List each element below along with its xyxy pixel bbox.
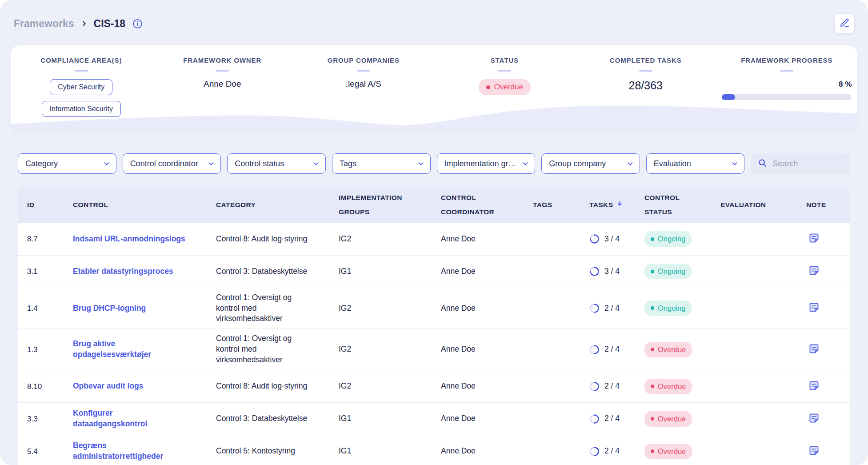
column-header-evaluation[interactable]: EVALUATION: [714, 194, 800, 216]
row-control-coordinator: Anne Doe: [435, 262, 527, 281]
filter-dropdown[interactable]: Control status: [227, 153, 326, 174]
table-row[interactable]: 8.7 Indsaml URL-anmodningslogs Control 8…: [18, 223, 850, 255]
control-link[interactable]: Opbevar audit logs: [73, 381, 144, 392]
control-link[interactable]: Etabler datastyringsproces: [73, 266, 173, 277]
chevron-down-icon: [521, 160, 529, 168]
control-link[interactable]: Konfigurer dataadgangskontrol: [73, 408, 188, 429]
row-implementation-groups: IG1: [332, 262, 435, 281]
tasks-count: 2 / 4: [604, 344, 620, 355]
row-tasks: 3 / 4: [583, 262, 638, 281]
controls-table: ID CONTROL CATEGORY IMPLEMENTATION GROUP…: [18, 187, 850, 465]
filter-dropdown[interactable]: Evaluation: [646, 153, 745, 174]
table-row[interactable]: 5.4 Begræns administratorrettigheder Con…: [18, 435, 850, 465]
chevron-down-icon: [207, 160, 215, 168]
framework-progress-fill: [722, 94, 735, 100]
table-row[interactable]: 1.3 Brug aktive opdagelsesværktøjer Cont…: [18, 329, 850, 370]
page-title: CIS-18: [94, 18, 126, 30]
control-link[interactable]: Indsaml URL-anmodningslogs: [73, 234, 185, 245]
row-evaluation: [714, 304, 800, 313]
summary-compliance-areas: COMPLIANCE AREA(S) Cyber SecurityInforma…: [11, 56, 152, 131]
note-icon[interactable]: [806, 443, 821, 458]
row-control-coordinator: Anne Doe: [435, 377, 527, 396]
summary-status: STATUS Overdue: [434, 56, 576, 131]
row-id: 1.4: [18, 299, 67, 318]
row-implementation-groups: IG2: [332, 377, 435, 396]
column-header-tasks[interactable]: TASKS: [583, 194, 638, 216]
row-evaluation: [714, 382, 800, 391]
column-header-id[interactable]: ID: [18, 194, 67, 216]
column-header-category[interactable]: CATEGORY: [210, 194, 332, 216]
note-icon[interactable]: [806, 411, 821, 426]
control-status-badge: Ongoing: [644, 301, 692, 316]
sort-desc-icon[interactable]: [616, 198, 624, 212]
row-tags: [527, 447, 583, 456]
compliance-area-pill: Cyber Security: [50, 79, 112, 95]
row-implementation-groups: IG1: [332, 441, 435, 461]
filter-dropdown[interactable]: Implementation groups: [437, 153, 536, 174]
summary-label: GROUP COMPANIES: [328, 56, 400, 64]
column-header-tags[interactable]: TAGS: [527, 194, 583, 216]
filter-label: Evaluation: [654, 159, 691, 168]
table-body: 8.7 Indsaml URL-anmodningslogs Control 8…: [18, 223, 850, 465]
note-icon[interactable]: [806, 300, 821, 315]
edit-framework-button[interactable]: [834, 13, 855, 34]
row-category: Control 8: Audit log-styring: [210, 377, 332, 396]
status-text: Overdue: [658, 381, 686, 392]
table-row[interactable]: 8.10 Opbevar audit logs Control 8: Audit…: [18, 370, 850, 402]
row-implementation-groups: IG1: [332, 409, 435, 429]
chevron-down-icon: [417, 160, 425, 168]
column-header-control-coordinator[interactable]: CONTROL COORDINATOR: [435, 187, 527, 223]
filter-dropdown[interactable]: Group company: [541, 153, 640, 174]
row-id: 1.3: [18, 340, 67, 359]
row-category: Control 5: Kontostyring: [210, 441, 332, 461]
tasks-count: 2 / 4: [604, 381, 620, 392]
table-row[interactable]: 1.4 Brug DHCP-logning Control 1: Oversig…: [18, 288, 850, 329]
filter-dropdown[interactable]: Control coordinator: [123, 153, 221, 174]
row-id: 8.10: [18, 377, 67, 396]
table-row[interactable]: 3.3 Konfigurer dataadgangskontrol Contro…: [18, 402, 850, 435]
status-dot: [651, 237, 654, 241]
row-tags: [527, 345, 583, 354]
note-icon[interactable]: [806, 378, 821, 393]
status-text: Ongoing: [658, 303, 685, 313]
control-status-badge: Ongoing: [644, 264, 692, 279]
row-category: Control 8: Audit log-styring: [210, 229, 332, 249]
control-link[interactable]: Brug DHCP-logning: [73, 303, 146, 314]
row-tasks: 2 / 4: [583, 299, 638, 318]
row-implementation-groups: IG2: [332, 229, 435, 249]
column-header-control-status[interactable]: CONTROL STATUS: [638, 187, 714, 223]
tasks-progress-ring: [589, 446, 600, 457]
search-icon: [758, 158, 767, 169]
summary-framework-owner: FRAMEWORK OWNER Anne Doe: [152, 56, 293, 131]
compliance-pills: Cyber SecurityInformation Security: [42, 79, 121, 117]
framework-summary-card: COMPLIANCE AREA(S) Cyber SecurityInforma…: [11, 45, 857, 131]
filter-dropdown[interactable]: Tags: [332, 153, 431, 174]
label-underline: [357, 70, 370, 72]
note-icon[interactable]: [806, 341, 821, 357]
table-row[interactable]: 3.1 Etabler datastyringsproces Control 3…: [18, 255, 850, 288]
search-input[interactable]: [772, 159, 843, 168]
note-icon[interactable]: [806, 231, 821, 246]
column-header-implementation-groups[interactable]: IMPLEMENTATION GROUPS: [332, 187, 435, 223]
control-status-badge: Overdue: [644, 342, 692, 357]
search-box[interactable]: [751, 153, 850, 174]
row-tasks: 3 / 4: [583, 229, 638, 249]
status-text: Ongoing: [658, 266, 685, 277]
control-link[interactable]: Begræns administratorrettigheder: [73, 441, 188, 462]
control-link[interactable]: Brug aktive opdagelsesværktøjer: [73, 339, 188, 360]
tasks-progress-ring: [589, 414, 600, 424]
column-header-note[interactable]: NOTE: [800, 194, 850, 216]
summary-completed-tasks: COMPLETED TASKS 28/363: [575, 56, 716, 131]
control-status-badge: Overdue: [644, 444, 692, 459]
filter-dropdown[interactable]: Category: [18, 153, 116, 174]
note-icon[interactable]: [806, 263, 821, 278]
pencil-icon: [840, 18, 850, 30]
info-icon[interactable]: [132, 18, 143, 29]
row-id: 3.1: [18, 262, 67, 281]
column-header-control[interactable]: CONTROL: [67, 194, 210, 216]
row-tags: [527, 382, 583, 391]
framework-progress: 8 %: [722, 80, 852, 100]
label-underline: [639, 70, 652, 72]
breadcrumb-frameworks-link[interactable]: Frameworks: [14, 18, 74, 30]
summary-label: FRAMEWORK PROGRESS: [741, 56, 832, 64]
